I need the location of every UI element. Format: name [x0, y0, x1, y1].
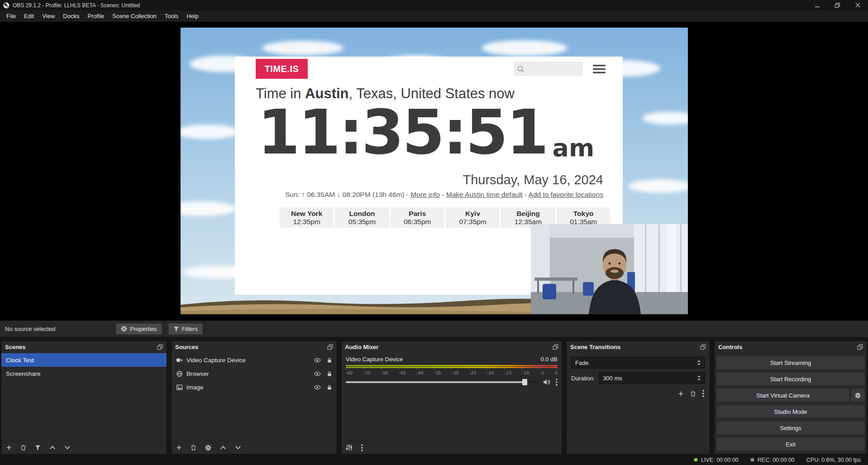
world-clock-paris[interactable]: Paris06:35pm [391, 207, 444, 228]
mixer-toolbar [341, 441, 562, 454]
volume-slider-handle[interactable] [522, 379, 527, 385]
meter-ticks [346, 369, 558, 370]
world-clock-london[interactable]: London05:35pm [335, 207, 389, 228]
scene-item-screenshare[interactable]: Screenshare [1, 367, 167, 380]
virtual-camera-config-button[interactable] [851, 388, 865, 402]
add-favorite-link[interactable]: Add to favorite locations [529, 191, 603, 198]
camera-icon [176, 357, 183, 364]
menu-profile[interactable]: Profile [83, 11, 108, 21]
add-source-button[interactable] [176, 445, 182, 451]
world-clock-kyiv[interactable]: Kyiv07:35pm [446, 207, 500, 228]
hamburger-menu-icon[interactable] [593, 64, 606, 74]
menu-help[interactable]: Help [182, 11, 203, 21]
remove-scene-button[interactable] [20, 445, 26, 451]
minimize-button[interactable] [807, 0, 827, 10]
transitions-panel-header[interactable]: Scene Transitions [567, 341, 710, 353]
transition-options-dots-icon[interactable] [702, 390, 704, 397]
sources-panel-title: Sources [175, 344, 198, 350]
menu-view[interactable]: View [38, 11, 59, 21]
lock-icon[interactable] [327, 371, 332, 377]
start-recording-button[interactable]: Start Recording [716, 372, 865, 386]
lock-icon[interactable] [327, 384, 332, 390]
move-scene-up-button[interactable] [49, 446, 56, 450]
make-default-link[interactable]: Make Austin time default [446, 191, 523, 198]
preview-area[interactable]: TIME.IS Time in Austin, Texas, United St… [0, 22, 868, 321]
popout-icon [157, 344, 163, 350]
stream-health-icon [694, 458, 698, 462]
titlebar[interactable]: OBS 29.1.2 - Profile: LLHLS BETA - Scene… [0, 0, 868, 10]
move-source-down-button[interactable] [235, 446, 241, 450]
source-item-video-capture[interactable]: Video Capture Device [172, 353, 337, 367]
timeis-header: TIME.IS [256, 58, 606, 79]
transition-select[interactable]: Fade [571, 357, 705, 369]
menu-edit[interactable]: Edit [20, 11, 38, 21]
volume-slider[interactable] [346, 379, 538, 385]
scene-filters-button[interactable] [35, 445, 41, 451]
move-scene-down-button[interactable] [64, 446, 71, 450]
cpu-fps-status: CPU: 0.6%, 30.00 fps [806, 457, 861, 463]
scenes-panel-header[interactable]: Scenes [1, 341, 167, 353]
start-streaming-button[interactable]: Start Streaming [716, 356, 865, 369]
maximize-button[interactable] [827, 0, 848, 10]
add-transition-button[interactable] [678, 390, 684, 397]
controls-panel: Controls Start Streaming Start Recording… [714, 340, 867, 455]
menu-scene-collection[interactable]: Scene Collection [108, 11, 161, 21]
search-input[interactable] [527, 65, 577, 72]
popout-icon [700, 344, 706, 350]
properties-button[interactable]: Properties [116, 323, 162, 335]
remove-transition-button[interactable] [690, 390, 696, 397]
exit-button[interactable]: Exit [716, 437, 865, 451]
menu-docks[interactable]: Docks [59, 11, 83, 21]
world-clock-newyork[interactable]: New York12:35pm [280, 207, 334, 228]
close-button[interactable] [848, 0, 868, 10]
more-info-link[interactable]: More info [410, 191, 440, 198]
globe-icon [176, 370, 183, 377]
settings-button[interactable]: Settings [716, 421, 865, 435]
popout-icon [553, 344, 558, 350]
source-properties-button[interactable] [205, 445, 211, 451]
audio-mixer-panel-header[interactable]: Audio Mixer [341, 341, 562, 353]
obs-window: OBS 29.1.2 - Profile: LLHLS BETA - Scene… [0, 0, 868, 465]
no-source-status: No source selected [5, 326, 55, 332]
visibility-eye-icon[interactable] [314, 384, 321, 391]
move-source-up-button[interactable] [220, 446, 226, 450]
mixer-options-dots-icon[interactable] [361, 444, 363, 451]
visibility-eye-icon[interactable] [314, 370, 321, 377]
advanced-audio-icon[interactable] [346, 444, 353, 451]
lock-icon[interactable] [327, 357, 332, 363]
timeis-search-box[interactable] [514, 62, 583, 76]
scenes-panel: Scenes Clock Test Screenshare [1, 340, 167, 455]
controls-panel-header[interactable]: Controls [715, 341, 867, 353]
studio-mode-button[interactable]: Studio Mode [716, 405, 865, 418]
source-item-image[interactable]: Image [172, 380, 337, 394]
mixer-menu-dots-icon[interactable] [556, 379, 558, 386]
scene-item-clock-test[interactable]: Clock Test [1, 353, 167, 367]
sources-toolbar [172, 441, 337, 454]
audio-mixer-title: Audio Mixer [345, 344, 378, 350]
add-scene-button[interactable] [6, 445, 12, 451]
source-item-browser[interactable]: Browser [172, 367, 337, 380]
menu-file[interactable]: File [2, 11, 20, 21]
menu-tools[interactable]: Tools [161, 11, 182, 21]
live-status: LIVE: 00:00:00 [694, 457, 739, 463]
popout-icon [857, 344, 863, 350]
program-canvas[interactable]: TIME.IS Time in Austin, Texas, United St… [181, 28, 688, 314]
statusbar: LIVE: 00:00:00 REC: 00:00:00 CPU: 0.6%, … [0, 455, 868, 465]
scenes-panel-title: Scenes [5, 344, 26, 350]
visibility-eye-icon[interactable] [314, 357, 321, 364]
speaker-icon[interactable] [543, 379, 551, 385]
search-icon [517, 65, 525, 73]
sources-panel-header[interactable]: Sources [172, 341, 337, 353]
timeis-sun-line: Sun: ↑ 06:35AM ↓ 08:20PM (13h 46m) - Mor… [285, 191, 603, 199]
obs-logo-icon [3, 2, 10, 9]
filters-button[interactable]: Filters [168, 323, 203, 335]
dock-row: Scenes Clock Test Screenshare Sources [0, 340, 868, 455]
start-virtual-camera-button[interactable]: Start Virtual Camera [716, 388, 849, 402]
controls-title: Controls [718, 344, 742, 350]
spin-arrows-icon[interactable] [697, 375, 701, 381]
remove-source-button[interactable] [191, 445, 196, 451]
webcam-video-source[interactable] [531, 224, 688, 314]
duration-spinbox[interactable]: 300 ms [599, 372, 705, 384]
timeis-clock: 11:35:51 am [258, 102, 594, 163]
timeis-logo: TIME.IS [256, 59, 308, 79]
